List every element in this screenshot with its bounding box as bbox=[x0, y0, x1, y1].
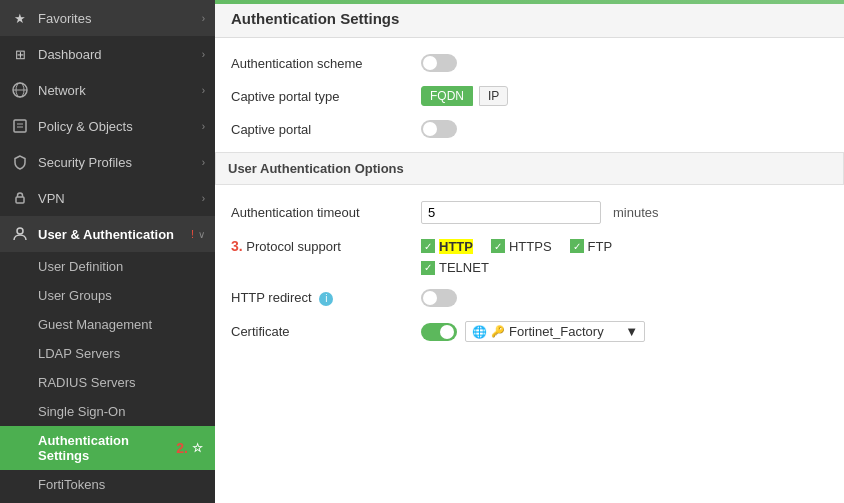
sidebar-item-network[interactable]: Network › bbox=[0, 72, 215, 108]
http-checkbox-box[interactable] bbox=[421, 239, 435, 253]
https-checkbox-box[interactable] bbox=[491, 239, 505, 253]
ip-button[interactable]: IP bbox=[479, 86, 508, 106]
sidebar-item-favorites[interactable]: ★ Favorites › bbox=[0, 0, 215, 36]
subitem-label-radius-servers: RADIUS Servers bbox=[38, 375, 136, 390]
sidebar-label-dashboard: Dashboard bbox=[38, 47, 202, 62]
sidebar-item-user-auth[interactable]: User & Authentication ! ∨ bbox=[0, 216, 215, 252]
subitem-label-single-sign-on: Single Sign-On bbox=[38, 404, 125, 419]
auth-scheme-row: Authentication scheme bbox=[231, 54, 828, 72]
captive-portal-row: Captive portal bbox=[231, 120, 828, 138]
sidebar-subitem-auth-settings[interactable]: Authentication Settings 2. ☆ bbox=[0, 426, 215, 470]
http-redirect-info-icon[interactable]: i bbox=[319, 292, 333, 306]
svg-rect-3 bbox=[14, 120, 26, 132]
main-content-area: Authentication Settings Authentication s… bbox=[215, 0, 844, 503]
user-auth-badge: ! bbox=[191, 228, 194, 240]
sidebar-subitem-ldap-servers[interactable]: LDAP Servers bbox=[0, 339, 215, 368]
sidebar-label-user-auth: User & Authentication bbox=[38, 227, 189, 242]
sidebar-item-policy-objects[interactable]: Policy & Objects › bbox=[0, 108, 215, 144]
policy-icon bbox=[10, 116, 30, 136]
ftp-checkbox[interactable]: FTP bbox=[570, 239, 613, 254]
http-label: HTTP bbox=[439, 239, 473, 254]
sidebar-label-vpn: VPN bbox=[38, 191, 202, 206]
dashboard-icon: ⊞ bbox=[10, 44, 30, 64]
https-checkbox[interactable]: HTTPS bbox=[491, 239, 552, 254]
sidebar-label-network: Network bbox=[38, 83, 202, 98]
fqdn-button[interactable]: FQDN bbox=[421, 86, 473, 106]
sidebar-subitem-radius-servers[interactable]: RADIUS Servers bbox=[0, 368, 215, 397]
auth-timeout-label: Authentication timeout bbox=[231, 205, 421, 220]
auth-timeout-row: Authentication timeout minutes bbox=[231, 201, 828, 224]
https-label: HTTPS bbox=[509, 239, 552, 254]
sidebar-label-favorites: Favorites bbox=[38, 11, 202, 26]
subitem-label-auth-settings: Authentication Settings bbox=[38, 433, 172, 463]
step2-badge: 2. bbox=[176, 440, 188, 456]
http-redirect-toggle[interactable] bbox=[421, 289, 457, 307]
certificate-label: Certificate bbox=[231, 324, 421, 339]
star-icon-auth[interactable]: ☆ bbox=[192, 441, 203, 455]
auth-timeout-input[interactable] bbox=[421, 201, 601, 224]
telnet-checkbox-box[interactable] bbox=[421, 261, 435, 275]
svg-point-7 bbox=[17, 228, 23, 234]
sidebar-subitem-user-groups[interactable]: User Groups bbox=[0, 281, 215, 310]
auth-scheme-toggle[interactable] bbox=[421, 54, 457, 72]
sidebar-subitem-user-definition[interactable]: User Definition bbox=[0, 252, 215, 281]
sidebar-label-policy: Policy & Objects bbox=[38, 119, 202, 134]
sidebar-item-dashboard[interactable]: ⊞ Dashboard › bbox=[0, 36, 215, 72]
ftp-label: FTP bbox=[588, 239, 613, 254]
protocol-support-label: 3. Protocol support bbox=[231, 238, 421, 254]
auth-timeout-unit: minutes bbox=[613, 205, 659, 220]
captive-portal-type-row: Captive portal type FQDN IP bbox=[231, 86, 828, 106]
sidebar-subitem-single-sign-on[interactable]: Single Sign-On bbox=[0, 397, 215, 426]
cert-name: Fortinet_Factory bbox=[509, 324, 604, 339]
http-redirect-row: HTTP redirect i bbox=[231, 289, 828, 307]
security-profiles-icon bbox=[10, 152, 30, 172]
sidebar: ★ Favorites › ⊞ Dashboard › Network › Po… bbox=[0, 0, 215, 503]
sidebar-item-security-profiles[interactable]: Security Profiles › bbox=[0, 144, 215, 180]
subitem-label-user-definition: User Definition bbox=[38, 259, 123, 274]
network-icon bbox=[10, 80, 30, 100]
certificate-toggle[interactable] bbox=[421, 323, 457, 341]
subitem-label-fortitokens: FortiTokens bbox=[38, 477, 105, 492]
ftp-checkbox-box[interactable] bbox=[570, 239, 584, 253]
telnet-label: TELNET bbox=[439, 260, 489, 275]
user-auth-icon bbox=[10, 224, 30, 244]
user-auth-options-header: User Authentication Options bbox=[215, 152, 844, 185]
step3-number: 3. bbox=[231, 238, 243, 254]
sidebar-subitem-guest-management[interactable]: Guest Management bbox=[0, 310, 215, 339]
telnet-row: TELNET bbox=[231, 260, 828, 275]
subitem-label-user-groups: User Groups bbox=[38, 288, 112, 303]
sidebar-label-security-profiles: Security Profiles bbox=[38, 155, 202, 170]
certificate-select[interactable]: 🌐 🔑 Fortinet_Factory ▼ bbox=[465, 321, 645, 342]
subitem-label-guest-management: Guest Management bbox=[38, 317, 152, 332]
http-redirect-label: HTTP redirect i bbox=[231, 290, 421, 306]
captive-portal-toggle[interactable] bbox=[421, 120, 457, 138]
svg-rect-6 bbox=[16, 197, 24, 203]
captive-portal-type-label: Captive portal type bbox=[231, 89, 421, 104]
cert-dropdown-arrow: ▼ bbox=[625, 324, 638, 339]
auth-scheme-label: Authentication scheme bbox=[231, 56, 421, 71]
vpn-icon bbox=[10, 188, 30, 208]
cert-globe-icon: 🌐 bbox=[472, 325, 487, 339]
captive-portal-label: Captive portal bbox=[231, 122, 421, 137]
certificate-row: Certificate 🌐 🔑 Fortinet_Factory ▼ bbox=[231, 321, 828, 342]
telnet-checkbox[interactable]: TELNET bbox=[421, 260, 489, 275]
page-title: Authentication Settings bbox=[215, 0, 844, 38]
http-checkbox[interactable]: HTTP bbox=[421, 239, 473, 254]
sidebar-subitem-fortitokens[interactable]: FortiTokens bbox=[0, 470, 215, 499]
subitem-label-ldap-servers: LDAP Servers bbox=[38, 346, 120, 361]
cert-key-icon: 🔑 bbox=[491, 325, 505, 338]
sidebar-item-vpn[interactable]: VPN › bbox=[0, 180, 215, 216]
protocol-checkboxes: HTTP HTTPS FTP bbox=[421, 239, 612, 254]
sidebar-item-wifi[interactable]: WiFi & Switch Controller › bbox=[0, 499, 215, 503]
favorites-icon: ★ bbox=[10, 8, 30, 28]
protocol-support-row: 3. Protocol support HTTP HTTPS bbox=[231, 238, 828, 254]
